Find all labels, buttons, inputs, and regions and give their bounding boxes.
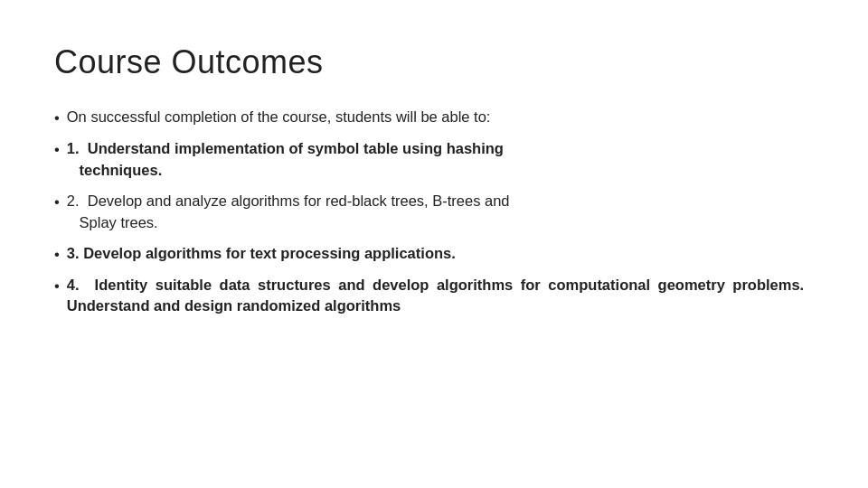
list-item: • On successful completion of the course… [54,107,814,129]
item-text: 4. Identity suitable data structures and… [67,275,808,318]
list-item: • 2. Develop and analyze algorithms for … [54,191,814,234]
item-text: 3. Develop algorithms for text processin… [67,243,456,265]
bullet-icon: • [54,192,60,213]
item-text: 2. Develop and analyze algorithms for re… [67,191,510,234]
list-item: • 3. Develop algorithms for text process… [54,243,814,266]
item-text: 1. Understand implementation of symbol t… [67,138,504,182]
bullet-icon: • [54,276,60,297]
content-list: • On successful completion of the course… [54,107,814,317]
bullet-icon: • [54,108,60,129]
bullet-icon: • [54,139,60,161]
slide-title: Course Outcomes [54,43,814,81]
bullet-icon: • [54,244,60,266]
slide-container: Course Outcomes • On successful completi… [0,0,868,488]
list-item: • 4. Identity suitable data structures a… [54,275,814,318]
item-text: On successful completion of the course, … [67,107,491,128]
list-item: • 1. Understand implementation of symbol… [54,138,814,182]
